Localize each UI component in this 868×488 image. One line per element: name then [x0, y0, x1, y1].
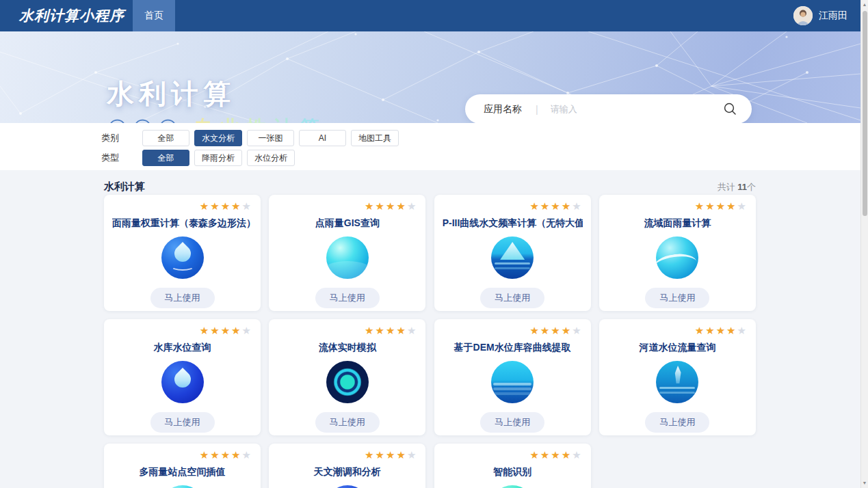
star-filled-icon: ★: [716, 200, 726, 212]
filter-option-水文分析[interactable]: 水文分析: [194, 130, 242, 146]
star-filled-icon: ★: [540, 449, 551, 461]
star-filled-icon: ★: [386, 200, 396, 212]
app-card[interactable]: ★★★★★ 流域面雨量计算 马上使用: [599, 195, 756, 311]
app-card-title: 点雨量GIS查询: [277, 217, 417, 230]
use-now-button[interactable]: 马上使用: [315, 412, 380, 433]
search-divider: |: [536, 104, 538, 115]
app-card-title: 河道水位流量查询: [607, 342, 748, 354]
user-area[interactable]: 江雨田: [793, 0, 847, 31]
star-filled-icon: ★: [200, 449, 210, 461]
app-card[interactable]: ★★★★★ 流体实时模拟 马上使用: [269, 319, 425, 435]
filter-option-地图工具[interactable]: 地图工具: [351, 130, 399, 146]
use-now-button[interactable]: 马上使用: [480, 288, 544, 308]
star-filled-icon: ★: [705, 200, 715, 212]
star-filled-icon: ★: [562, 449, 572, 461]
app-card-title: 智能识别: [443, 466, 583, 478]
scrollbar[interactable]: ▲ ▼: [860, 0, 868, 488]
star-filled-icon: ★: [221, 325, 231, 336]
star-empty-icon: ★: [407, 449, 417, 461]
use-now-button[interactable]: 马上使用: [645, 288, 709, 308]
star-filled-icon: ★: [551, 325, 561, 336]
scrollbar-up-arrow[interactable]: ▲: [861, 0, 868, 10]
star-empty-icon: ★: [242, 449, 252, 461]
star-filled-icon: ★: [529, 200, 540, 212]
rating-stars: ★★★★★: [112, 325, 252, 337]
star-filled-icon: ★: [231, 449, 241, 461]
app-card-title: P-III曲线水文频率计算（无特大值）: [443, 217, 583, 230]
app-logo: 水利计算小程序: [19, 6, 124, 25]
star-filled-icon: ★: [210, 200, 220, 212]
app-card[interactable]: ★★★★★ P-III曲线水文频率计算（无特大值） 马上使用: [434, 195, 591, 311]
interp-sphere-icon: [161, 485, 204, 488]
star-filled-icon: ★: [365, 325, 375, 336]
star-empty-icon: ★: [572, 449, 582, 461]
search-category-label[interactable]: 应用名称: [484, 103, 522, 116]
star-empty-icon: ★: [572, 325, 582, 336]
star-filled-icon: ★: [376, 449, 386, 461]
star-filled-icon: ★: [551, 449, 561, 461]
use-now-button[interactable]: 马上使用: [645, 412, 709, 433]
star-filled-icon: ★: [529, 325, 540, 336]
top-navbar: 水利计算小程序 首页 江雨田: [0, 0, 868, 31]
search-input[interactable]: [551, 104, 724, 114]
scrollbar-down-arrow[interactable]: ▼: [861, 478, 868, 488]
hero-subtitle: 专业性计算: [194, 115, 327, 123]
user-avatar[interactable]: [793, 6, 813, 25]
star-filled-icon: ★: [396, 325, 406, 336]
rating-stars: ★★★★★: [112, 200, 252, 213]
star-filled-icon: ★: [231, 200, 241, 212]
filter-row: 类型 全部 降雨分析 水位分析: [101, 150, 868, 166]
dem-wave-icon: [491, 361, 534, 403]
use-now-button[interactable]: 马上使用: [480, 412, 544, 433]
star-filled-icon: ★: [540, 200, 551, 212]
use-now-button[interactable]: 马上使用: [150, 412, 215, 433]
app-card[interactable]: ★★★★★ 智能识别 马上使用: [434, 444, 591, 488]
app-card[interactable]: ★★★★★ 天文潮调和分析 马上使用: [269, 444, 425, 488]
star-empty-icon: ★: [242, 200, 252, 212]
star-filled-icon: ★: [562, 325, 572, 336]
filter-option-全部[interactable]: 全部: [142, 150, 189, 166]
scrollbar-thumb[interactable]: [863, 11, 867, 216]
rating-stars: ★★★★★: [607, 200, 748, 213]
app-card[interactable]: ★★★★★ 基于DEM水位库容曲线提取 马上使用: [434, 319, 591, 435]
star-filled-icon: ★: [551, 200, 561, 212]
filter-option-全部[interactable]: 全部: [142, 130, 189, 146]
use-now-button[interactable]: 马上使用: [315, 288, 380, 308]
star-filled-icon: ★: [726, 325, 737, 336]
rating-stars: ★★★★★: [443, 449, 583, 461]
nav-tab-home[interactable]: 首页: [133, 0, 175, 31]
star-filled-icon: ★: [562, 200, 572, 212]
tide-sphere-icon: [326, 485, 369, 488]
filter-option-一张图[interactable]: 一张图: [247, 130, 294, 146]
app-card-title: 水库水位查询: [112, 342, 252, 354]
star-filled-icon: ★: [200, 200, 210, 212]
filter-option-降雨分析[interactable]: 降雨分析: [194, 150, 242, 166]
rating-stars: ★★★★★: [443, 200, 583, 213]
user-name: 江雨田: [819, 10, 847, 22]
app-card-title: 流域面雨量计算: [607, 217, 748, 230]
star-empty-icon: ★: [737, 200, 748, 212]
gis-sphere-icon: [326, 236, 369, 279]
filter-option-水位分析[interactable]: 水位分析: [247, 150, 295, 166]
star-filled-icon: ★: [365, 449, 375, 461]
rating-stars: ★★★★★: [277, 449, 417, 461]
app-card[interactable]: ★★★★★ 点雨量GIS查询 马上使用: [269, 195, 425, 311]
star-filled-icon: ★: [221, 449, 231, 461]
search-icon[interactable]: [724, 103, 737, 116]
app-root: 水利计算小程序 首页 江雨田 水利计算: [0, 0, 868, 488]
star-empty-icon: ★: [407, 325, 417, 336]
star-filled-icon: ★: [695, 200, 705, 212]
app-card[interactable]: ★★★★★ 河道水位流量查询 马上使用: [599, 319, 756, 435]
app-card[interactable]: ★★★★★ 水库水位查询 马上使用: [104, 319, 261, 435]
search-bar: 应用名称 |: [465, 94, 752, 123]
reservoir-drop-icon: [161, 361, 204, 403]
star-filled-icon: ★: [705, 325, 715, 336]
star-filled-icon: ★: [376, 325, 386, 336]
use-now-button[interactable]: 马上使用: [150, 288, 215, 308]
app-card[interactable]: ★★★★★ 面雨量权重计算（泰森多边形法） 马上使用: [104, 195, 261, 311]
rating-stars: ★★★★★: [607, 325, 748, 337]
app-card[interactable]: ★★★★★ 多雨量站点空间插值 马上使用: [104, 444, 261, 488]
hero-banner: 水利计算 专业性计算 应用名称 |: [0, 31, 868, 123]
filter-option-AI[interactable]: AI: [299, 130, 346, 146]
star-empty-icon: ★: [572, 200, 582, 212]
